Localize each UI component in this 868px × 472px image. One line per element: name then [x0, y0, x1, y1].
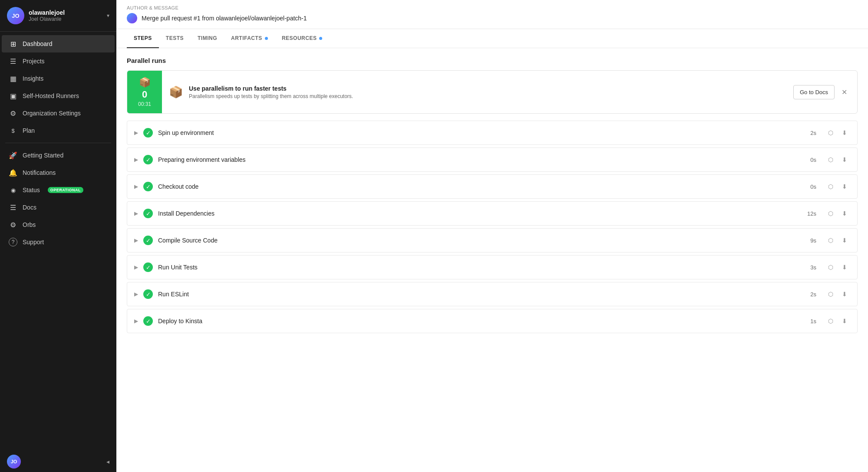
runners-icon: ▣: [9, 92, 17, 100]
chevron-right-icon: ▶: [134, 157, 138, 163]
step-name: Run ESLint: [158, 291, 799, 298]
table-row[interactable]: ▶ ✓ Preparing environment variables 0s ⬡…: [127, 148, 858, 172]
sidebar-item-insights[interactable]: ▦ Insights: [2, 70, 115, 87]
sidebar-item-label: Dashboard: [23, 40, 53, 47]
banner-description: Parallelism speeds up tests by splitting…: [189, 93, 787, 99]
step-name: Install Dependencies: [158, 210, 799, 217]
external-link-icon[interactable]: ⬡: [825, 154, 836, 165]
step-success-icon: ✓: [143, 316, 153, 326]
download-icon[interactable]: ⬇: [839, 208, 850, 219]
external-link-icon[interactable]: ⬡: [825, 262, 836, 273]
rocket-icon: 🚀: [9, 151, 17, 160]
close-banner-button[interactable]: ✕: [838, 86, 850, 98]
table-row[interactable]: ▶ ✓ Compile Source Code 9s ⬡ ⬇: [127, 228, 858, 252]
collapse-sidebar-button[interactable]: ◂: [106, 458, 109, 465]
sidebar-item-orbs[interactable]: ⚙ Orbs: [2, 216, 115, 233]
sidebar-item-support[interactable]: ? Support: [2, 233, 115, 251]
sidebar-item-organization-settings[interactable]: ⚙ Organization Settings: [2, 105, 115, 122]
chevron-right-icon: ▶: [134, 291, 138, 297]
sidebar-item-notifications[interactable]: 🔔 Notifications: [2, 164, 115, 181]
sidebar-item-getting-started[interactable]: 🚀 Getting Started: [2, 147, 115, 164]
sidebar-item-projects[interactable]: ☰ Projects: [2, 52, 115, 70]
download-icon[interactable]: ⬇: [839, 181, 850, 192]
step-name: Checkout code: [158, 183, 799, 190]
go-to-docs-button[interactable]: Go to Docs: [793, 85, 835, 99]
tab-tests[interactable]: TESTS: [159, 29, 191, 48]
sidebar-nav: ⊞ Dashboard ☰ Projects ▦ Insights ▣ Self…: [0, 32, 116, 451]
download-icon[interactable]: ⬇: [839, 288, 850, 300]
footer-avatar: JO: [7, 455, 21, 469]
step-name: Compile Source Code: [158, 237, 799, 244]
sidebar-item-docs[interactable]: ☰ Docs: [2, 199, 115, 216]
table-row[interactable]: ▶ ✓ Deploy to Kinsta 1s ⬡ ⬇: [127, 309, 858, 333]
sidebar-item-self-hosted-runners[interactable]: ▣ Self-Hosted Runners: [2, 87, 115, 105]
download-icon[interactable]: ⬇: [839, 154, 850, 165]
table-row[interactable]: ▶ ✓ Install Dependencies 12s ⬡ ⬇: [127, 201, 858, 226]
external-link-icon[interactable]: ⬡: [825, 288, 836, 300]
table-row[interactable]: ▶ ✓ Spin up environment 2s ⬡ ⬇: [127, 121, 858, 145]
step-success-icon: ✓: [143, 262, 153, 272]
sidebar: JO olawanlejoel Joel Olawanle ▾ ⊞ Dashbo…: [0, 0, 116, 472]
settings-icon: ⚙: [9, 109, 17, 118]
commit-header: Author & Message Merge pull request #1 f…: [116, 0, 868, 29]
external-link-icon[interactable]: ⬡: [825, 208, 836, 219]
step-actions: ⬡ ⬇: [825, 288, 850, 300]
projects-icon: ☰: [9, 57, 17, 66]
tab-resources[interactable]: RESOURCES: [275, 29, 330, 48]
tab-timing[interactable]: TIMING: [191, 29, 224, 48]
download-icon[interactable]: ⬇: [839, 127, 850, 138]
sidebar-header[interactable]: JO olawanlejoel Joel Olawanle ▾: [0, 0, 116, 32]
table-row[interactable]: ▶ ✓ Checkout code 0s ⬡ ⬇: [127, 174, 858, 199]
step-name: Deploy to Kinsta: [158, 318, 799, 324]
sidebar-item-label: Status: [23, 187, 40, 193]
content-area: Parallel runs 📦 0 00:31 📦 Use parallelis…: [116, 48, 868, 472]
step-actions: ⬡ ⬇: [825, 181, 850, 192]
tab-steps[interactable]: STEPS: [127, 29, 159, 48]
step-duration: 3s: [804, 264, 816, 271]
step-name: Spin up environment: [158, 129, 799, 136]
parallel-runs-title: Parallel runs: [127, 57, 858, 64]
banner-text: Use parallelism to run faster tests Para…: [189, 85, 787, 99]
external-link-icon[interactable]: ⬡: [825, 127, 836, 138]
external-link-icon[interactable]: ⬡: [825, 315, 836, 327]
step-duration: 1s: [804, 318, 816, 324]
sidebar-item-label: Orbs: [23, 221, 36, 228]
tabs-bar: STEPS TESTS TIMING ARTIFACTS RESOURCES: [116, 29, 868, 48]
docs-icon: ☰: [9, 203, 17, 212]
tab-artifacts-label: ARTIFACTS: [231, 35, 262, 41]
commit-label: Author & Message: [127, 5, 858, 10]
banner-actions: Go to Docs ✕: [793, 85, 850, 99]
sidebar-item-dashboard[interactable]: ⊞ Dashboard: [2, 35, 115, 52]
step-actions: ⬡ ⬇: [825, 154, 850, 165]
sidebar-fullname: Joel Olawanle: [29, 16, 102, 22]
status-icon: ◉: [9, 186, 17, 194]
step-success-icon: ✓: [143, 209, 153, 218]
sidebar-item-label: Notifications: [23, 169, 56, 176]
bell-icon: 🔔: [9, 168, 17, 177]
sidebar-item-label: Projects: [23, 58, 45, 65]
download-icon[interactable]: ⬇: [839, 315, 850, 327]
sidebar-username: olawanlejoel: [29, 9, 102, 16]
external-link-icon[interactable]: ⬡: [825, 235, 836, 246]
box-icon: 📦: [139, 77, 151, 88]
table-row[interactable]: ▶ ✓ Run ESLint 2s ⬡ ⬇: [127, 282, 858, 306]
download-icon[interactable]: ⬇: [839, 235, 850, 246]
download-icon[interactable]: ⬇: [839, 262, 850, 273]
step-success-icon: ✓: [143, 182, 153, 191]
plan-icon: $: [9, 126, 17, 135]
step-duration: 9s: [804, 237, 816, 244]
commit-avatar: [127, 13, 137, 23]
table-row[interactable]: ▶ ✓ Run Unit Tests 3s ⬡ ⬇: [127, 255, 858, 279]
sidebar-item-plan[interactable]: $ Plan: [2, 122, 115, 139]
tab-artifacts[interactable]: ARTIFACTS: [224, 29, 275, 48]
status-badge: OPERATIONAL: [48, 187, 83, 193]
external-link-icon[interactable]: ⬡: [825, 181, 836, 192]
sidebar-item-status[interactable]: ◉ Status OPERATIONAL: [2, 181, 115, 199]
banner-title: Use parallelism to run faster tests: [189, 85, 787, 92]
banner-number: 0: [142, 90, 147, 99]
step-actions: ⬡ ⬇: [825, 235, 850, 246]
step-actions: ⬡ ⬇: [825, 315, 850, 327]
banner-mid: 📦 Use parallelism to run faster tests Pa…: [162, 80, 857, 105]
step-actions: ⬡ ⬇: [825, 127, 850, 138]
chevron-right-icon: ▶: [134, 264, 138, 270]
